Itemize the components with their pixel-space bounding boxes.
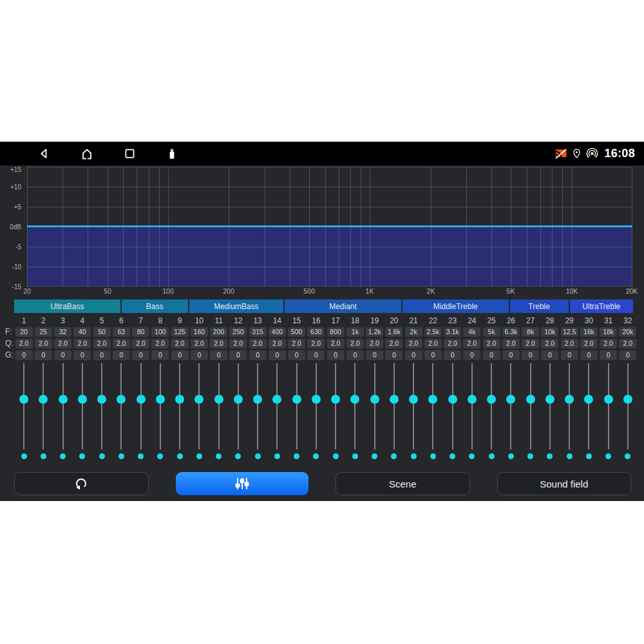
gain-slider[interactable] <box>53 363 73 450</box>
slider-thumb[interactable] <box>370 395 379 404</box>
band-header-mediant[interactable]: Mediant <box>285 299 401 313</box>
slider-track <box>296 363 298 450</box>
slider-thumb[interactable] <box>448 395 457 404</box>
reset-button[interactable] <box>14 472 149 495</box>
gain-slider[interactable] <box>384 363 404 450</box>
gain-slider[interactable] <box>501 363 520 450</box>
slider-thumb[interactable] <box>19 395 28 404</box>
slider-thumb[interactable] <box>331 395 340 404</box>
equalizer-button[interactable] <box>176 472 309 495</box>
band-header-middletreble[interactable]: MiddleTreble <box>402 299 509 313</box>
slider-thumb[interactable] <box>175 395 184 404</box>
slider-thumb[interactable] <box>487 395 496 404</box>
recents-button[interactable] <box>123 147 137 160</box>
gain-slider[interactable] <box>307 363 326 450</box>
channel-indicator-dot <box>430 453 436 459</box>
gain-slider[interactable] <box>248 363 267 450</box>
slider-thumb[interactable] <box>409 395 418 404</box>
gain-slider[interactable] <box>560 363 579 450</box>
slider-thumb[interactable] <box>97 395 106 404</box>
slider-thumb[interactable] <box>506 395 515 404</box>
eq-channel-column: 91252.00 <box>170 316 189 459</box>
gain-slider[interactable] <box>111 363 131 450</box>
slider-thumb[interactable] <box>234 395 243 404</box>
gain-value-chip: 0 <box>191 350 208 360</box>
gain-slider[interactable] <box>189 363 209 450</box>
channel-grid: 1202.002252.003322.004402.005502.006632.… <box>14 316 638 459</box>
channel-number: 23 <box>448 316 457 326</box>
band-header-ultratreble[interactable]: UltraTreble <box>570 299 633 313</box>
frequency-tick-label: 20 <box>23 287 31 295</box>
slider-thumb[interactable] <box>312 395 321 404</box>
gain-slider[interactable] <box>14 363 33 450</box>
gain-slider[interactable] <box>209 363 229 450</box>
gain-slider[interactable] <box>33 363 53 450</box>
q-value-chip: 2.0 <box>483 339 500 348</box>
slider-thumb[interactable] <box>39 395 48 404</box>
usb-device-icon <box>166 147 178 160</box>
gain-slider[interactable] <box>540 363 560 450</box>
band-header-mediumbass[interactable]: MediumBass <box>189 299 283 313</box>
gain-slider[interactable] <box>443 363 462 450</box>
slider-thumb[interactable] <box>390 395 399 404</box>
gain-slider[interactable] <box>267 363 287 450</box>
gain-slider[interactable] <box>599 363 618 450</box>
slider-thumb[interactable] <box>350 395 359 404</box>
gain-slider[interactable] <box>618 363 638 450</box>
slider-thumb[interactable] <box>272 395 281 404</box>
slider-thumb[interactable] <box>194 395 204 404</box>
slider-thumb[interactable] <box>468 395 477 404</box>
gain-slider[interactable] <box>521 363 540 450</box>
slider-track <box>549 363 551 450</box>
home-button[interactable] <box>80 147 94 161</box>
slider-thumb[interactable] <box>137 395 146 404</box>
sound-field-button[interactable]: Sound field <box>497 472 632 495</box>
gain-slider[interactable] <box>404 363 423 450</box>
gain-slider[interactable] <box>423 363 442 450</box>
q-value-chip: 2.0 <box>132 339 149 348</box>
slider-thumb[interactable] <box>545 395 554 404</box>
gain-slider[interactable] <box>345 363 365 450</box>
grid-line-horizontal <box>27 267 632 267</box>
slider-thumb[interactable] <box>78 395 87 404</box>
gain-slider[interactable] <box>151 363 170 450</box>
slider-thumb[interactable] <box>117 395 126 404</box>
bottom-button-bar: SceneSound field <box>14 472 631 495</box>
channel-number: 6 <box>119 316 124 326</box>
freq-value-chip: 16k <box>580 327 598 337</box>
slider-thumb[interactable] <box>156 395 165 404</box>
slider-thumb[interactable] <box>59 395 68 404</box>
slider-thumb[interactable] <box>584 395 593 404</box>
back-button[interactable] <box>37 147 51 160</box>
gain-slider[interactable] <box>482 363 501 450</box>
slider-thumb[interactable] <box>526 395 535 404</box>
channel-indicator-dot <box>489 453 495 459</box>
gain-slider[interactable] <box>365 363 384 450</box>
gain-slider[interactable] <box>326 363 345 450</box>
gain-slider[interactable] <box>287 363 307 450</box>
gain-slider[interactable] <box>170 363 189 450</box>
gain-slider[interactable] <box>73 363 92 450</box>
gain-slider[interactable] <box>462 363 482 450</box>
slider-thumb[interactable] <box>565 395 574 404</box>
scene-button[interactable]: Scene <box>336 472 470 495</box>
gain-slider[interactable] <box>229 363 248 450</box>
gain-slider[interactable] <box>579 363 598 450</box>
slider-thumb[interactable] <box>623 395 632 404</box>
gain-slider[interactable] <box>92 363 111 450</box>
q-value-chip: 2.0 <box>288 339 305 348</box>
freq-value-chip: 250 <box>229 327 247 337</box>
band-header-treble[interactable]: Treble <box>510 299 569 313</box>
eq-channel-column: 244k2.00 <box>462 316 482 459</box>
slider-thumb[interactable] <box>292 395 301 404</box>
slider-thumb[interactable] <box>604 395 613 404</box>
slider-thumb[interactable] <box>428 395 437 404</box>
slider-thumb[interactable] <box>253 395 262 404</box>
band-header-bass[interactable]: Bass <box>122 299 188 313</box>
slider-track <box>218 363 220 450</box>
slider-thumb[interactable] <box>214 395 223 404</box>
band-header-ultrabass[interactable]: UltraBass <box>14 299 120 313</box>
gain-slider[interactable] <box>131 363 151 450</box>
gain-value-chip: 0 <box>35 350 52 360</box>
freq-value-chip: 125 <box>171 327 189 337</box>
